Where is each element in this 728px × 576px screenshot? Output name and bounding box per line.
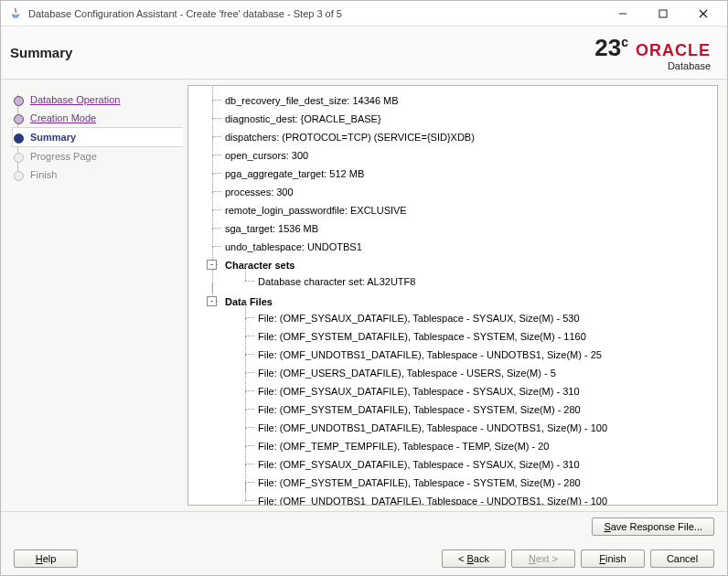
wizard-steps-sidebar: Database OperationCreation ModeSummaryPr… [1, 80, 182, 511]
tree-leaf[interactable]: File: (OMF_SYSAUX_DATAFILE), Tablespace … [245, 382, 717, 400]
collapse-icon[interactable]: - [207, 260, 217, 270]
tree-leaf[interactable]: File: (OMF_SYSTEM_DATAFILE), Tablespace … [245, 474, 717, 492]
footer: Save Response File... Help < Back Next >… [1, 511, 727, 575]
page-title: Summary [10, 45, 72, 60]
brand-logo: 23c ORACLE Database [594, 34, 711, 71]
brand-sub: Database [668, 60, 711, 71]
tree-leaf[interactable]: remote_login_passwordfile: EXCLUSIVE [212, 201, 717, 219]
wizard-step-database-operation[interactable]: Database Operation [12, 91, 182, 109]
tree-leaf[interactable]: Database character set: AL32UTF8 [245, 272, 717, 291]
tree-leaf[interactable]: undo_tablespace: UNDOTBS1 [212, 238, 717, 256]
tree-leaf[interactable]: File: (OMF_USERS_DATAFILE), Tablespace -… [245, 364, 717, 382]
save-response-file-button[interactable]: Save Response File... [592, 517, 714, 536]
tree-leaf[interactable]: sga_target: 1536 MB [212, 219, 717, 238]
tree-leaf[interactable]: File: (OMF_TEMP_TEMPFILE), Tablespace - … [245, 437, 717, 455]
java-icon [8, 6, 23, 21]
wizard-step-summary[interactable]: Summary [12, 127, 183, 147]
tree-leaf[interactable]: pga_aggregate_target: 512 MB [212, 165, 717, 183]
summary-tree-scroll[interactable]: db_recovery_file_dest_size: 14346 MBdiag… [188, 86, 717, 505]
tree-leaf[interactable]: db_recovery_file_dest_size: 14346 MB [212, 91, 717, 110]
tree-leaf[interactable]: File: (OMF_SYSTEM_DATAFILE), Tablespace … [245, 327, 717, 346]
cancel-button[interactable]: Cancel [650, 549, 714, 568]
tree-branch-character-sets[interactable]: -Character setsDatabase character set: A… [212, 256, 717, 293]
tree-leaf[interactable]: File: (OMF_UNDOTBS1_DATAFILE), Tablespac… [245, 346, 717, 364]
tree-leaf[interactable]: open_cursors: 300 [212, 146, 717, 165]
maximize-button[interactable] [643, 2, 683, 26]
tree-leaf[interactable]: File: (OMF_SYSAUX_DATAFILE), Tablespace … [245, 309, 717, 327]
tree-branch-data-files[interactable]: -Data FilesFile: (OMF_SYSAUX_DATAFILE), … [212, 293, 717, 505]
brand-name: ORACLE [636, 41, 711, 60]
tree-leaf[interactable]: File: (OMF_UNDOTBS1_DATAFILE), Tablespac… [245, 419, 717, 437]
tree-leaf[interactable]: File: (OMF_SYSTEM_DATAFILE), Tablespace … [245, 400, 717, 419]
tree-leaf[interactable]: dispatchers: (PROTOCOL=TCP) (SERVICE={SI… [212, 128, 717, 146]
tree-leaf[interactable]: File: (OMF_SYSAUX_DATAFILE), Tablespace … [245, 455, 717, 474]
tree-leaf[interactable]: diagnostic_dest: {ORACLE_BASE} [212, 110, 717, 128]
wizard-step-creation-mode[interactable]: Creation Mode [12, 109, 182, 127]
tree-leaf[interactable]: File: (OMF_UNDOTBS1_DATAFILE), Tablespac… [245, 492, 717, 505]
brand-version: 23 [594, 34, 621, 61]
back-button[interactable]: < Back [442, 549, 506, 568]
wizard-step-finish: Finish [12, 165, 182, 184]
close-button[interactable] [683, 2, 723, 26]
summary-tree-pane: db_recovery_file_dest_size: 14346 MBdiag… [187, 85, 718, 506]
collapse-icon[interactable]: - [207, 296, 217, 306]
svg-rect-1 [659, 10, 667, 17]
window-titlebar: Database Configuration Assistant - Creat… [1, 1, 727, 27]
minimize-button[interactable] [603, 2, 643, 26]
next-button[interactable]: Next > [511, 549, 575, 568]
help-button[interactable]: Help [14, 549, 78, 568]
wizard-step-progress-page: Progress Page [12, 147, 182, 165]
tree-leaf[interactable]: processes: 300 [212, 183, 717, 201]
header: Summary 23c ORACLE Database [1, 27, 727, 80]
finish-button[interactable]: Finish [581, 549, 645, 568]
window-title: Database Configuration Assistant - Creat… [28, 8, 603, 19]
brand-version-sup: c [621, 35, 628, 49]
